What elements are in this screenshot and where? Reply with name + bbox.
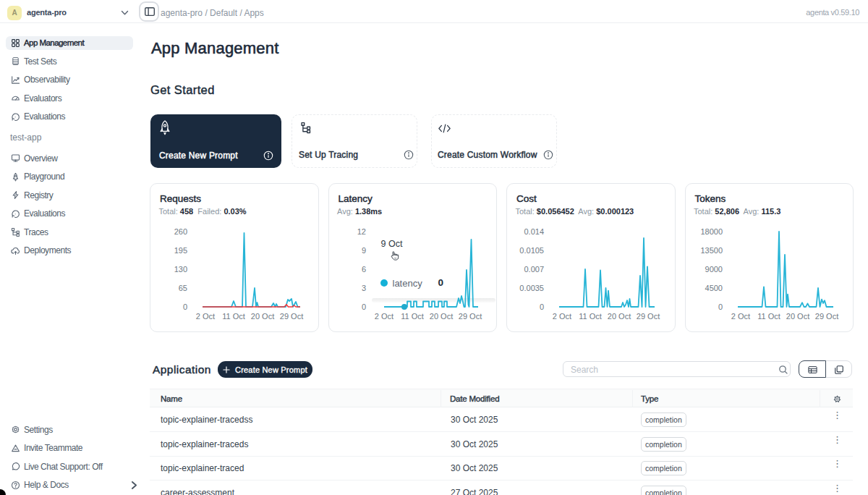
svg-text:2 Oct: 2 Oct (196, 312, 215, 321)
svg-text:2 Oct: 2 Oct (374, 312, 393, 321)
svg-text:0.007: 0.007 (524, 265, 544, 274)
svg-text:0: 0 (183, 302, 187, 311)
svg-text:0.0035: 0.0035 (519, 284, 544, 292)
svg-text:3: 3 (361, 284, 365, 292)
svg-text:18000: 18000 (700, 227, 723, 236)
svg-text:29 Oct: 29 Oct (280, 312, 303, 321)
svg-text:11 Oct: 11 Oct (579, 312, 602, 321)
svg-text:29 Oct: 29 Oct (814, 312, 838, 321)
svg-text:130: 130 (174, 265, 187, 274)
svg-text:195: 195 (174, 246, 187, 255)
svg-text:29 Oct: 29 Oct (458, 312, 481, 321)
svg-text:4500: 4500 (705, 284, 722, 292)
svg-text:9000: 9000 (705, 265, 722, 274)
svg-text:20 Oct: 20 Oct (608, 312, 631, 321)
svg-text:2 Oct: 2 Oct (553, 312, 571, 321)
svg-text:20 Oct: 20 Oct (429, 312, 452, 321)
svg-text:0.0105: 0.0105 (519, 246, 544, 255)
svg-text:11 Oct: 11 Oct (757, 312, 780, 321)
svg-text:29 Oct: 29 Oct (637, 312, 660, 321)
svg-text:12: 12 (357, 227, 365, 236)
svg-text:20 Oct: 20 Oct (786, 312, 809, 321)
svg-text:11 Oct: 11 Oct (222, 312, 245, 321)
svg-text:0: 0 (718, 302, 722, 311)
svg-text:9: 9 (361, 246, 365, 255)
svg-text:2 Oct: 2 Oct (731, 312, 749, 321)
svg-text:0.014: 0.014 (524, 227, 544, 236)
svg-text:11 Oct: 11 Oct (401, 312, 424, 321)
svg-text:0: 0 (361, 302, 365, 311)
svg-text:20 Oct: 20 Oct (251, 312, 274, 321)
svg-text:13500: 13500 (700, 246, 723, 255)
svg-text:260: 260 (174, 227, 187, 236)
svg-text:6: 6 (361, 265, 365, 274)
svg-text:65: 65 (179, 284, 187, 292)
svg-text:0: 0 (540, 302, 544, 311)
